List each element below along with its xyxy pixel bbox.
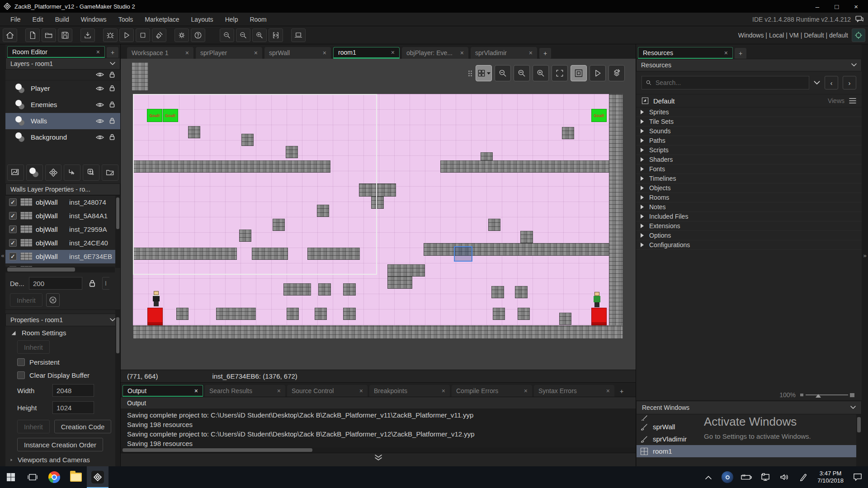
create-executable-button[interactable] <box>80 28 95 42</box>
search-input[interactable]: Search... <box>642 76 809 89</box>
output-horizontal-scrollbar[interactable] <box>121 447 636 453</box>
recent-window-row[interactable]: sprVladimir <box>637 433 862 445</box>
menu-item[interactable]: Tools <box>113 14 139 25</box>
recent-window-row[interactable]: room1 <box>637 445 862 457</box>
close-tab-icon[interactable]: × <box>529 49 533 56</box>
wall-instance[interactable] <box>273 219 285 231</box>
walls-layer-properties-header[interactable]: Walls Layer Properties - ro... <box>5 183 120 195</box>
instance-row[interactable]: ✓ objWall inst_5A84A1 <box>5 209 120 223</box>
target-device-icon[interactable] <box>852 28 865 42</box>
recent-window-row[interactable]: sprWall <box>637 421 862 433</box>
properties-header[interactable]: Properties - room1 <box>5 314 120 326</box>
canvas-zoom-out-button[interactable] <box>495 65 511 81</box>
clean-button[interactable] <box>152 28 166 42</box>
search-next-button[interactable]: › <box>843 76 856 89</box>
wall-instance[interactable] <box>493 308 505 320</box>
menu-item[interactable]: Room <box>244 14 272 25</box>
menu-item[interactable]: Windows <box>75 14 113 25</box>
resource-tree-item[interactable]: Timelines <box>636 174 862 183</box>
properties-scrollbar[interactable] <box>115 310 120 466</box>
depth-inherit-button[interactable]: Inherit <box>10 293 42 307</box>
viewports-group[interactable]: Viewports and Cameras <box>5 451 120 466</box>
run-button[interactable] <box>119 28 134 42</box>
output-tab[interactable]: Compile Errors × <box>452 385 532 397</box>
resource-tree-item[interactable]: Rooms <box>636 193 862 202</box>
room-settings-group[interactable]: Room Settings <box>5 326 120 339</box>
task-view-button[interactable] <box>22 466 43 488</box>
close-tab-icon[interactable]: × <box>606 387 610 394</box>
minimize-button[interactable]: – <box>816 3 819 10</box>
canvas-zoom-in-button[interactable] <box>533 65 549 81</box>
lock-icon[interactable] <box>109 134 115 141</box>
tree-expand-arrow-icon[interactable] <box>641 157 644 162</box>
taskbar-clock[interactable]: 3:47 PM 7/10/2018 <box>814 470 847 484</box>
start-button[interactable] <box>0 466 22 488</box>
output-tab[interactable]: Output × <box>123 385 203 397</box>
wall-instance[interactable] <box>371 197 384 209</box>
depth-lock-icon[interactable] <box>86 277 99 290</box>
instance-row[interactable]: ✓ objWall inst_6E734EB <box>5 250 120 263</box>
instance-row[interactable]: ✓ objWall inst_72959A <box>5 223 120 236</box>
wall-instance[interactable] <box>241 134 254 146</box>
laptop-preview-button[interactable] <box>291 28 306 42</box>
wall-instance[interactable] <box>317 205 329 217</box>
pen-tray-icon[interactable] <box>795 466 812 488</box>
instance-row[interactable]: ✓ objWall inst_248074 <box>5 196 120 209</box>
room-height-input[interactable] <box>52 401 94 414</box>
menu-item[interactable]: Build <box>49 14 75 25</box>
close-tab-icon[interactable]: × <box>359 387 363 394</box>
add-background-layer-button[interactable] <box>7 164 24 181</box>
output-tab[interactable]: Source Control × <box>287 385 368 397</box>
instance-row[interactable]: ✓ objWall inst_24CE40 <box>5 236 120 250</box>
close-tab-icon[interactable]: × <box>96 48 100 56</box>
wall-instance[interactable] <box>520 231 533 243</box>
network-tray-icon[interactable] <box>757 466 774 488</box>
wall-instance[interactable] <box>287 308 299 320</box>
lock-icon[interactable] <box>109 85 115 92</box>
room-canvas[interactable]: Goal!Goal!Goal! <box>133 94 623 339</box>
instance-checkbox[interactable]: ✓ <box>9 253 17 260</box>
add-asset-layer-button[interactable] <box>83 164 99 181</box>
eye-icon[interactable] <box>96 102 104 108</box>
wall-instance[interactable] <box>132 62 148 91</box>
room-width-input[interactable] <box>52 384 94 397</box>
wall-instance[interactable] <box>440 160 609 173</box>
wall-instance[interactable] <box>559 313 571 325</box>
instance-checkbox[interactable]: ✓ <box>9 239 17 247</box>
preview-room-button[interactable] <box>590 65 606 81</box>
workspace-tab[interactable]: sprWall × <box>264 47 331 59</box>
fit-room-button[interactable] <box>552 65 568 81</box>
wall-instance[interactable] <box>562 127 574 139</box>
new-project-button[interactable] <box>25 28 40 42</box>
tree-expand-arrow-icon[interactable] <box>641 233 644 238</box>
zoom-in-button[interactable] <box>252 28 267 42</box>
close-tab-icon[interactable]: × <box>185 49 189 56</box>
layer-paint-button[interactable] <box>609 65 625 81</box>
wall-instance[interactable] <box>609 94 623 339</box>
zoom-reset-button[interactable] <box>236 28 250 42</box>
feedback-chat-icon[interactable] <box>855 16 863 23</box>
action-center-icon[interactable] <box>849 466 866 488</box>
canvas-zoom-reset-button[interactable] <box>514 65 530 81</box>
room-editor-canvas[interactable]: Goal!Goal!Goal! <box>121 59 636 370</box>
instance-checkbox[interactable]: ✓ <box>9 212 17 220</box>
close-tab-icon[interactable]: × <box>442 387 445 394</box>
right-panel-collapse-handle[interactable]: » <box>862 44 868 466</box>
wall-instance[interactable] <box>283 283 311 296</box>
tab-room-editor[interactable]: Room Editor × <box>7 46 105 58</box>
toolbar-drag-handle[interactable] <box>468 70 472 76</box>
add-panel-tab-button[interactable]: + <box>107 47 118 58</box>
eye-icon[interactable] <box>96 86 104 91</box>
fit-to-window-button[interactable] <box>269 28 283 42</box>
workspace-tab[interactable]: room1 × <box>333 47 400 59</box>
wall-instance[interactable] <box>359 183 396 197</box>
tree-expand-arrow-icon[interactable] <box>641 110 644 114</box>
tree-expand-arrow-icon[interactable] <box>641 186 644 190</box>
home-button[interactable] <box>3 28 17 42</box>
zoom-slider[interactable] <box>800 392 854 398</box>
lock-icon[interactable] <box>109 71 115 78</box>
layer-row[interactable]: Enemies <box>5 97 120 113</box>
tree-expand-arrow-icon[interactable] <box>641 129 644 133</box>
layer-row[interactable]: Walls <box>5 113 120 129</box>
wall-instance[interactable] <box>387 277 412 289</box>
